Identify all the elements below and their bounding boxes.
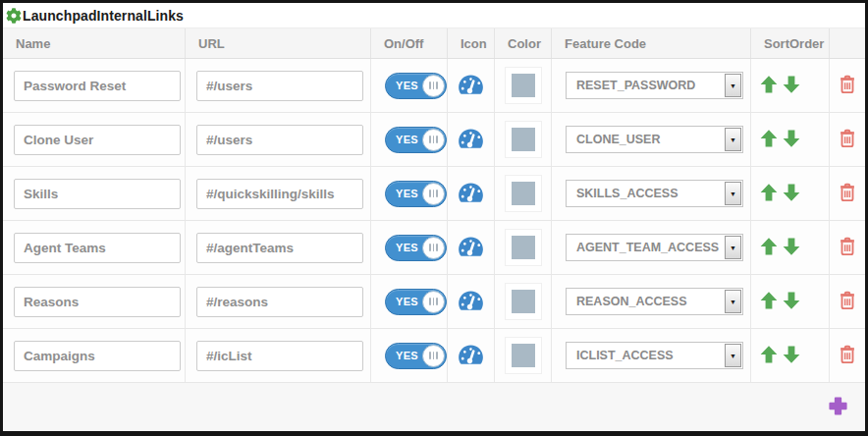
icon-cell [448,221,495,274]
sort-order-cell [751,221,830,274]
move-up-button[interactable] [758,74,780,98]
onoff-toggle[interactable]: YES [385,127,447,153]
name-input[interactable] [14,179,181,209]
delete-row-button[interactable] [837,127,858,153]
url-input[interactable] [196,71,363,101]
sort-order-cell [751,167,830,220]
chevron-down-icon: ▼ [725,290,741,313]
move-up-button[interactable] [758,236,780,260]
name-input[interactable] [14,287,181,317]
color-picker-button[interactable] [505,67,542,104]
chevron-down-icon: ▼ [725,236,741,259]
onoff-toggle[interactable]: YES [385,181,447,207]
onoff-cell: YES [371,167,448,220]
url-input[interactable] [196,179,363,209]
onoff-toggle[interactable]: YES [385,343,447,369]
delete-row-button[interactable] [837,235,858,261]
gear-icon [6,8,22,24]
delete-row-button[interactable] [837,289,858,315]
url-input[interactable] [196,233,363,263]
name-input[interactable] [14,125,181,155]
name-input[interactable] [14,233,181,263]
icon-picker-button[interactable] [459,182,483,206]
url-input[interactable] [196,341,363,371]
feature-code-select[interactable]: AGENT_TEAM_ACCESS ▼ [566,234,743,261]
arrow-up-icon [758,74,780,98]
name-input[interactable] [14,341,181,371]
add-row-button[interactable] [828,396,848,419]
feature-code-select[interactable]: REASON_ACCESS ▼ [566,288,743,315]
header-delete [830,28,865,58]
color-cell [495,113,552,166]
trash-icon [837,127,858,153]
onoff-toggle[interactable]: YES [385,73,447,99]
toggle-knob [422,345,445,367]
move-down-button[interactable] [781,182,802,206]
table-header-row: Name URL On/Off Icon Color Feature Code … [3,28,865,59]
trash-icon [837,73,858,99]
onoff-toggle[interactable]: YES [385,289,447,315]
arrow-down-icon [781,182,802,206]
delete-cell [830,113,865,166]
table-row: YES SKILLS_ACCESS ▼ [3,167,865,221]
move-down-button[interactable] [781,290,802,314]
arrow-up-icon [758,290,780,314]
icon-picker-button[interactable] [459,74,483,98]
move-up-button[interactable] [758,182,780,206]
url-cell [186,275,371,328]
icon-cell [448,113,495,166]
icon-picker-button[interactable] [459,290,483,314]
chevron-down-icon: ▼ [725,74,741,97]
color-swatch [512,128,535,151]
dashboard-icon [459,344,483,368]
delete-row-button[interactable] [837,181,858,207]
color-picker-button[interactable] [505,175,542,212]
delete-cell [830,167,865,220]
color-swatch [512,290,535,313]
delete-row-button[interactable] [837,343,858,369]
feature-code-select[interactable]: CLONE_USER ▼ [566,126,743,153]
url-input[interactable] [196,287,363,317]
move-up-button[interactable] [758,344,780,368]
move-up-button[interactable] [758,128,780,152]
chevron-down-icon: ▼ [725,128,741,151]
toggle-on-label: YES [396,350,418,361]
trash-icon [837,289,858,315]
move-down-button[interactable] [781,74,802,98]
dashboard-icon [459,182,483,206]
move-down-button[interactable] [781,128,802,152]
color-picker-button[interactable] [505,337,542,374]
move-down-button[interactable] [781,344,802,368]
color-picker-button[interactable] [505,121,542,158]
onoff-toggle[interactable]: YES [385,235,447,261]
name-input[interactable] [14,71,181,101]
arrow-up-icon [758,182,780,206]
trash-icon [837,343,858,369]
feature-code-select[interactable]: ICLIST_ACCESS ▼ [566,342,743,369]
dashboard-icon [459,290,483,314]
feature-code-select[interactable]: SKILLS_ACCESS ▼ [566,180,743,207]
dashboard-icon [459,74,483,98]
feature-code-cell: AGENT_TEAM_ACCESS ▼ [552,221,751,274]
icon-picker-button[interactable] [459,236,483,260]
panel-title: LaunchpadInternalLinks [23,8,184,24]
onoff-cell: YES [371,221,448,274]
icon-picker-button[interactable] [459,128,483,152]
sort-order-cell [751,113,830,166]
delete-row-button[interactable] [837,73,858,99]
icon-cell [448,59,495,112]
header-feature-code: Feature Code [552,28,751,58]
color-swatch [512,74,535,97]
feature-code-cell: CLONE_USER ▼ [552,113,751,166]
color-picker-button[interactable] [505,283,542,320]
header-url: URL [186,28,371,58]
header-sort-order: SortOrder [751,28,830,58]
icon-picker-button[interactable] [459,344,483,368]
feature-code-select[interactable]: RESET_PASSWORD ▼ [566,72,743,99]
move-down-button[interactable] [781,236,802,260]
move-up-button[interactable] [758,290,780,314]
name-cell [3,59,186,112]
toggle-knob [422,75,445,97]
color-picker-button[interactable] [505,229,542,266]
url-input[interactable] [196,125,363,155]
